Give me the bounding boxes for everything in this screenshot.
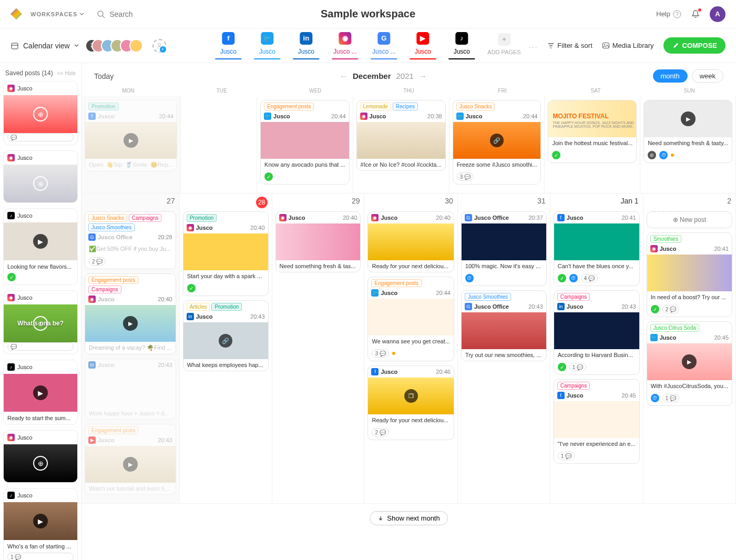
post-card[interactable]: fJusco20:41Can't have the blues once y..… <box>554 211 640 286</box>
post-card[interactable]: Smoothies◉Jusco20:41In need of a boost? … <box>647 232 732 317</box>
ig-icon: ◉ <box>360 113 367 120</box>
post-card[interactable]: ◉Jusco20:40Need something fresh & tas... <box>275 211 361 272</box>
saved-post-card[interactable]: ◉Jusco What's nna be?⊕ 💬 <box>3 290 78 354</box>
next-month[interactable]: → <box>419 72 427 80</box>
calendar-view-dropdown[interactable]: Calendar view <box>11 42 79 50</box>
calendar-cell[interactable]: 30◉Jusco20:40Ready for your next delicio… <box>364 194 457 504</box>
media-library-button[interactable]: Media Library <box>602 42 654 49</box>
post-card[interactable]: Jusco Snacks🐦Jusco20:44🔗Freeze some #Jus… <box>453 100 541 185</box>
collaborator-avatars[interactable]: 3 <box>86 39 143 53</box>
post-card[interactable]: ArticlesPromotioninJusco20:43🔗What keeps… <box>183 300 269 371</box>
post-card[interactable]: Jusco SnacksCampaignsJusco SmoothiesGJus… <box>85 211 176 269</box>
fb-icon: f <box>371 368 379 375</box>
hide-saved-button[interactable]: << Hide <box>57 70 76 76</box>
card-acct: Jusco <box>660 246 677 252</box>
post-card[interactable]: ▶Need something fresh & tasty...⊘⏱ <box>643 100 732 163</box>
compose-button[interactable]: COMPOSE <box>663 37 725 54</box>
calendar-cell[interactable]: 2⊕ New postSmoothies◉Jusco20:41In need o… <box>643 194 736 504</box>
page-tab[interactable]: GJusco ... <box>371 32 397 59</box>
calendar-cell[interactable]: 29◉Jusco20:40Need something fresh & tas.… <box>272 194 365 504</box>
page-tab[interactable]: 🐦Jusco <box>254 32 280 59</box>
more-menu[interactable]: ... <box>529 42 538 49</box>
today-button[interactable]: Today <box>94 72 114 80</box>
post-card[interactable]: ◉Jusco20:40Ready for your next deliciou.… <box>367 211 454 272</box>
calendar-cell[interactable]: 28Promotion◉Jusco20:40Start your day wit… <box>180 194 272 504</box>
post-card[interactable]: CampaignsinJusco20:43According to Harvar… <box>554 290 640 375</box>
post-card[interactable]: Engagement postsCampaigns◉Jusco20:40▶Dre… <box>85 273 176 354</box>
ig-icon: ◉ <box>339 32 351 45</box>
page-tab[interactable]: ▶Jusco <box>410 32 436 59</box>
saved-post-card[interactable]: ♪Jusco ▶ Looking for new flavors...✓ <box>3 208 78 285</box>
page-label: Jusco <box>415 48 431 55</box>
play-icon: ▶ <box>123 457 138 472</box>
post-card[interactable]: GJusco Office20:37100% magic. Now it's e… <box>461 211 547 286</box>
card-acct: Jusco <box>289 215 305 221</box>
calendar-cell[interactable]: 27Jusco SnacksCampaignsJusco SmoothiesGJ… <box>81 194 180 504</box>
filter-sort-button[interactable]: Filter & sort <box>547 42 592 49</box>
approved-icon: ✓ <box>7 273 16 281</box>
search-input[interactable] <box>109 10 201 18</box>
tw-icon: 🐦 <box>261 32 273 45</box>
post-card[interactable]: fJusco20:46❐Ready for your next deliciou… <box>367 365 454 440</box>
calendar-cell[interactable]: Engagement posts🐦Jusco20:44Know any avoc… <box>257 96 353 194</box>
calendar-cell[interactable]: MOJITO FESTIVALTHE HAPPY HOUR SONGS, JAZ… <box>545 96 640 194</box>
search-input-group[interactable] <box>97 10 201 18</box>
post-card[interactable]: Engagement posts🐦Jusco20:44We wanna see … <box>367 277 454 361</box>
add-user-button[interactable]: + <box>152 39 166 53</box>
card-text: In need of a boost? Try our ... <box>647 291 732 303</box>
calendar-cell[interactable]: PromotionfJusco20:44▶Open. 👋Sip. 🥤Smile.… <box>81 96 181 194</box>
add-pages-button[interactable]: +ADD PAGES <box>487 33 520 59</box>
user-avatar[interactable]: A <box>710 6 725 22</box>
prev-month[interactable]: ← <box>340 72 347 80</box>
post-card[interactable]: LemonadeRecipes◉Jusco20:38#Ice or No Ice… <box>356 100 446 171</box>
saved-caption: Who's a fan of starting ... <box>4 540 77 553</box>
page-tab[interactable]: ◉Jusco ... <box>332 32 358 59</box>
calendar-cell[interactable]: 31GJusco Office20:37100% magic. Now it's… <box>458 194 550 504</box>
card-text: Start your day with a spark ... <box>183 270 268 282</box>
page-label: Jusco ... <box>372 48 396 55</box>
post-card[interactable]: CampaignsfJusco20:45"I've never experien… <box>554 379 640 464</box>
notifications-button[interactable] <box>691 9 700 19</box>
page-tab[interactable]: ♪Jusco <box>448 32 475 59</box>
new-post-button[interactable]: ⊕ New post <box>647 211 732 228</box>
post-card[interactable]: inJusco20:43Work happy hour + Jusco = d.… <box>85 359 176 420</box>
saved-post-card[interactable]: ♪Jusco ▶ Ready to start the sum... <box>3 360 78 425</box>
card-acct: Jusco <box>381 290 397 296</box>
dot-indicator <box>671 154 674 157</box>
post-card[interactable]: Promotion◉Jusco20:40Start your day with … <box>183 211 269 296</box>
month-view-pill[interactable]: month <box>653 69 688 83</box>
plus-icon: + <box>498 33 510 46</box>
saved-post-card[interactable]: ♪Jusco ▶ Who's a fan of starting ...1 💬 <box>3 488 78 560</box>
comment-badge: 1 💬 <box>662 394 679 402</box>
yt-icon: ▶ <box>88 436 96 444</box>
svg-rect-5 <box>12 43 18 49</box>
post-card[interactable]: Engagement posts▶Jusco20:43▶Watch our tu… <box>85 424 176 495</box>
post-card[interactable]: MOJITO FESTIVALTHE HAPPY HOUR SONGS, JAZ… <box>548 100 637 163</box>
filter-icon <box>547 42 555 49</box>
help-link[interactable]: Help ? <box>656 10 681 18</box>
post-card[interactable]: Engagement posts🐦Jusco20:44Know any avoc… <box>260 100 350 185</box>
calendar-cell[interactable]: LemonadeRecipes◉Jusco20:38#Ice or No Ice… <box>353 96 449 194</box>
page-tab[interactable]: fJusco <box>215 32 241 59</box>
post-card[interactable]: Jusco SmoothiesGJusco Office20:43Try out… <box>461 290 547 361</box>
workspaces-dropdown[interactable]: WORKSPACES <box>30 11 84 17</box>
media-icon <box>602 42 610 49</box>
card-text: Can't have the blues once y... <box>554 260 639 272</box>
logo[interactable] <box>11 8 22 20</box>
calendar-cell[interactable]: Jan 1fJusco20:41Can't have the blues onc… <box>550 194 643 504</box>
page-tab[interactable]: inJusco <box>293 32 319 59</box>
comment-badge: 1 💬 <box>558 452 575 460</box>
card-acct: Jusco <box>381 215 397 221</box>
card-text: Open. 👋Sip. 🥤Smile. 😊Rep... <box>85 159 177 171</box>
calendar-cell[interactable] <box>181 96 257 194</box>
show-next-month-button[interactable]: Show next month <box>370 511 447 525</box>
saved-post-card[interactable]: ◉Jusco ⊕ <box>3 430 78 483</box>
post-card[interactable]: PromotionfJusco20:44▶Open. 👋Sip. 🥤Smile.… <box>85 100 177 171</box>
post-card[interactable]: Jusco Citrus Soda🐦Jusco20:45▶With #Jusco… <box>647 321 732 406</box>
calendar-cell[interactable]: Jusco Snacks🐦Jusco20:44🔗Freeze some #Jus… <box>449 96 545 194</box>
week-view-pill[interactable]: week <box>692 69 723 83</box>
saved-post-card[interactable]: ◉Jusco ⊕ <box>3 150 78 203</box>
saved-post-card[interactable]: ◉Jusco ⊕ 💬 <box>3 81 78 145</box>
calendar-cell[interactable]: ▶Need something fresh & tasty...⊘⏱ <box>640 96 736 194</box>
li-icon: in <box>88 361 96 369</box>
